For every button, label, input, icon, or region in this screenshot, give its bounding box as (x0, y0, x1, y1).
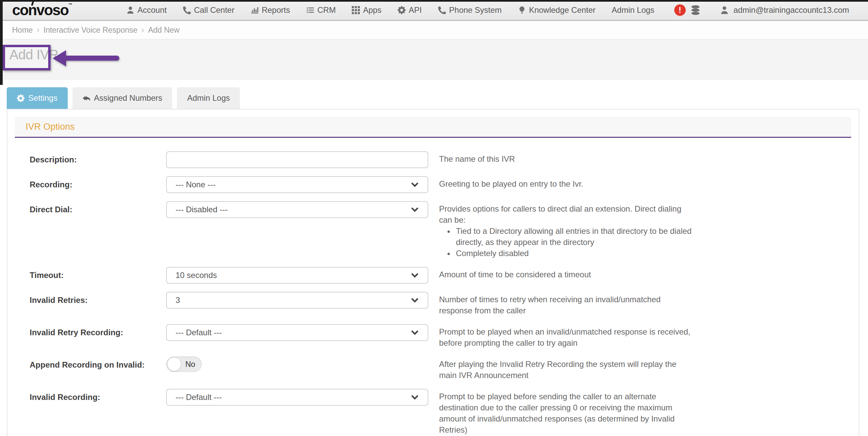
chevron-down-icon (411, 182, 419, 187)
form-row-invalid-recording: Invalid Recording: --- Default --- Promp… (30, 389, 851, 435)
breadcrumb-ivr[interactable]: Interactive Voice Response (43, 26, 137, 35)
description-label: Description: (30, 151, 166, 168)
reply-all-icon (83, 94, 90, 102)
nav-item-api[interactable]: API (398, 5, 422, 15)
phone-icon (183, 6, 191, 14)
convoso-logo[interactable]: convoso™ (12, 3, 76, 18)
breadcrumb-separator: › (37, 26, 39, 35)
form-row-append-recording: Append Recording on Invalid: No After pl… (30, 356, 851, 381)
description-input[interactable] (166, 151, 428, 168)
user-icon (126, 6, 134, 14)
chevron-down-icon (411, 298, 419, 303)
nav-item-call-center[interactable]: Call Center (183, 5, 235, 15)
tab-assigned-numbers[interactable]: Assigned Numbers (72, 87, 173, 109)
invalid-retries-help: Number of times to retry when receiving … (428, 292, 695, 316)
chevron-down-icon (411, 330, 419, 335)
direct-dial-bullet: Tied to a Directory allowing all entries… (455, 225, 695, 248)
annotation-arrow-icon (53, 50, 66, 66)
invalid-retry-recording-label: Invalid Retry Recording: (30, 324, 166, 341)
annotation-highlight-box (3, 45, 51, 70)
invalid-recording-label: Invalid Recording: (30, 389, 166, 406)
invalid-retry-recording-help: Prompt to be played when an invalid/unma… (428, 324, 695, 348)
lightbulb-icon (518, 6, 526, 14)
direct-dial-bullet: Completely disabled (455, 248, 695, 259)
phone-icon (438, 6, 446, 14)
section-title: IVR Options (26, 122, 75, 132)
description-help: The name of this IVR (428, 151, 695, 164)
nav-item-crm[interactable]: CRM (306, 5, 336, 15)
gear-icon (398, 6, 406, 14)
nav-item-admin-logs[interactable]: Admin Logs (612, 5, 654, 15)
page-header-band: Add IVR (0, 40, 868, 80)
nav-right-cluster: ! admin@trainingaccountc13.com (674, 4, 849, 16)
chevron-down-icon (411, 207, 419, 212)
invalid-recording-select[interactable]: --- Default --- (166, 389, 428, 406)
invalid-retries-label: Invalid Retries: (30, 292, 166, 309)
form-row-invalid-retries: Invalid Retries: 3 Number of times to re… (30, 292, 851, 316)
alert-icon[interactable]: ! (674, 4, 686, 16)
form-row-description: Description: The name of this IVR (30, 151, 851, 168)
toggle-knob (167, 357, 181, 371)
invalid-retry-recording-select[interactable]: --- Default --- (166, 324, 428, 341)
form-row-invalid-retry-recording: Invalid Retry Recording: --- Default ---… (30, 324, 851, 348)
nav-item-apps[interactable]: Apps (352, 5, 381, 15)
user-icon (720, 6, 729, 14)
form-row-timeout: Timeout: 10 seconds Amount of time to be… (30, 267, 851, 284)
window-edge-top (0, 0, 868, 2)
toggle-state-label: No (185, 360, 195, 369)
top-navbar: convoso™ Account Call Center Reports CRM… (0, 0, 868, 21)
timeout-label: Timeout: (30, 267, 166, 284)
breadcrumb-separator: › (142, 26, 144, 35)
direct-dial-label: Direct Dial: (30, 201, 166, 218)
chevron-down-icon (411, 273, 419, 278)
logo-trademark: ™ (68, 2, 72, 7)
direct-dial-select[interactable]: --- Disabled --- (166, 201, 428, 218)
tab-settings[interactable]: Settings (7, 87, 68, 109)
nav-item-account[interactable]: Account (126, 5, 167, 15)
invalid-retries-select[interactable]: 3 (166, 292, 428, 309)
timeout-help: Amount of time to be considered a timeou… (428, 267, 695, 280)
nav-item-knowledge-center[interactable]: Knowledge Center (518, 5, 595, 15)
ivr-options-form: Description: The name of this IVR Record… (15, 138, 851, 436)
settings-panel: IVR Options Description: The name of thi… (7, 109, 859, 436)
window-edge-left (0, 0, 3, 85)
append-recording-label: Append Recording on Invalid: (30, 356, 166, 373)
append-recording-help: After playing the Invalid Retry Recordin… (428, 356, 695, 381)
recording-select[interactable]: --- None --- (166, 176, 428, 193)
timeout-select[interactable]: 10 seconds (166, 267, 428, 284)
breadcrumb-add-new: Add New (148, 26, 179, 35)
recording-help: Greeting to be played on entry to the Iv… (428, 176, 695, 189)
form-row-recording: Recording: --- None --- Greeting to be p… (30, 176, 851, 193)
breadcrumb-home[interactable]: Home (12, 26, 33, 35)
nav-menu: Account Call Center Reports CRM Apps API… (126, 5, 654, 15)
user-account-menu[interactable]: admin@trainingaccountc13.com (720, 5, 849, 15)
grid-icon (352, 6, 360, 14)
tab-bar: Settings Assigned Numbers Admin Logs (7, 87, 868, 109)
database-icon[interactable] (690, 5, 701, 15)
tab-admin-logs[interactable]: Admin Logs (177, 87, 240, 109)
list-icon (306, 6, 314, 14)
recording-label: Recording: (30, 176, 166, 193)
invalid-recording-help: Prompt to be played before sending the c… (428, 389, 695, 435)
breadcrumb: Home › Interactive Voice Response › Add … (0, 21, 868, 40)
user-email: admin@trainingaccountc13.com (734, 5, 849, 15)
nav-item-phone-system[interactable]: Phone System (438, 5, 502, 15)
annotation-arrow-shaft (65, 56, 119, 61)
nav-item-reports[interactable]: Reports (251, 5, 290, 15)
append-recording-toggle[interactable]: No (166, 356, 202, 372)
form-row-direct-dial: Direct Dial: --- Disabled --- Provides o… (30, 201, 851, 259)
bar-chart-icon (251, 6, 259, 14)
section-header: IVR Options (15, 117, 851, 138)
chevron-down-icon (411, 395, 419, 400)
gear-icon (17, 94, 25, 102)
direct-dial-help: Provides options for callers to direct d… (428, 201, 695, 259)
